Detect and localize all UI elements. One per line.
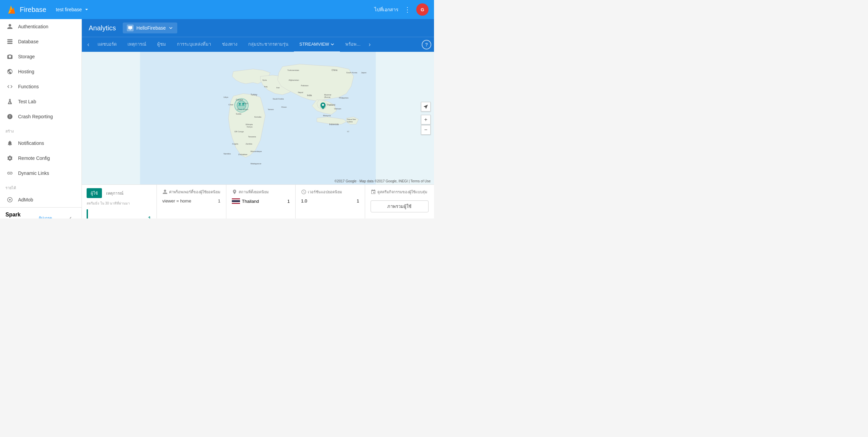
sidebar-label-remoteconfig: Remote Config	[18, 155, 50, 161]
thailand-flag-icon	[232, 198, 240, 204]
sidebar-item-functions[interactable]: Functions	[0, 79, 81, 94]
upgrade-button[interactable]: อัปเกรด	[39, 215, 52, 219]
sidebar-item-authentication[interactable]: Authentication	[0, 19, 81, 34]
svg-text:Vietnam: Vietnam	[334, 108, 341, 110]
version-row: 1.0 1	[301, 198, 359, 204]
docs-link[interactable]: ไปที่เอกสาร	[374, 6, 399, 13]
svg-text:Nepal: Nepal	[298, 91, 303, 93]
svg-point-49	[237, 101, 246, 110]
world-map: Greece Turkey Turkmenistan China South K…	[82, 52, 434, 184]
storage-icon	[6, 53, 13, 60]
main-layout: Authentication Database Storage Hosting …	[0, 19, 434, 218]
sidebar-label-database: Database	[18, 39, 39, 44]
property-panel: ค่าพร็อพเพอร์ตี้ของผู้ใช้ยอดนิยม viewer …	[157, 185, 226, 218]
version-title: เวอร์ชันแอปยอดนิยม	[301, 189, 359, 195]
notifications-icon	[6, 140, 13, 147]
svg-rect-1	[8, 41, 13, 42]
tab-prev-button[interactable]: ‹	[85, 37, 92, 52]
tab-acquisition[interactable]: การระบุแหล่งที่มา	[171, 37, 216, 52]
app-selector-label: HelloFirebase	[136, 25, 166, 31]
svg-text:Oman: Oman	[281, 106, 287, 108]
version-count: 1	[357, 198, 359, 204]
sidebar-item-admob[interactable]: AdMob	[0, 192, 81, 207]
app-selector-icon	[127, 25, 134, 31]
sidebar-item-database[interactable]: Database	[0, 34, 81, 49]
svg-text:(Burma): (Burma)	[324, 96, 330, 98]
svg-text:India: India	[307, 94, 312, 96]
tab-next-button[interactable]: ›	[366, 37, 373, 52]
analytics-header: Analytics HelloFirebase	[82, 19, 434, 37]
firebase-flame-icon	[5, 4, 16, 15]
more-options-icon[interactable]: ⋮	[404, 5, 411, 14]
project-selector[interactable]: test firebase	[53, 5, 92, 14]
svg-text:Thailand: Thailand	[327, 104, 335, 106]
svg-text:Pakistan: Pakistan	[301, 85, 309, 87]
svg-rect-2	[8, 43, 13, 44]
location-country-display: Thailand	[232, 198, 259, 204]
svg-text:Iran: Iran	[276, 87, 280, 89]
svg-text:South Korea: South Korea	[346, 72, 358, 74]
plan-info: Spark ฟรี $0/เดือน	[5, 212, 25, 218]
sidebar-item-dynamiclinks[interactable]: Dynamic Links	[0, 166, 81, 181]
sidebar-item-testlab[interactable]: Test Lab	[0, 94, 81, 109]
map-zoom-in-button[interactable]: +	[421, 115, 431, 124]
testlab-icon	[6, 98, 13, 105]
svg-text:Somalia: Somalia	[254, 116, 262, 118]
tab-users[interactable]: ผู้ชม	[152, 37, 171, 52]
property-icon	[162, 189, 168, 195]
users-events-tabs: ผู้ใช้ เหตุการณ์	[87, 188, 152, 198]
property-row: viewer = home 1	[162, 198, 221, 204]
svg-text:Turkey: Turkey	[251, 93, 257, 96]
app-selector[interactable]: HelloFirebase	[123, 22, 177, 33]
svg-text:Japan: Japan	[361, 72, 366, 74]
person-icon	[6, 23, 13, 30]
svg-text:Saudi Arabia: Saudi Arabia	[273, 98, 284, 100]
map-zoom-out-button[interactable]: −	[421, 125, 431, 135]
streams-label: สตรีมมิ่ง ใน 30 นาทีที่ผ่านมา	[87, 201, 152, 206]
sidebar-item-crashreporting[interactable]: Crash Reporting	[0, 109, 81, 124]
location-country: Thailand	[242, 199, 259, 204]
sidebar-label-notifications: Notifications	[18, 140, 44, 146]
events-tab[interactable]: เหตุการณ์	[102, 188, 128, 198]
tab-more[interactable]: พร้อพ...	[340, 37, 366, 52]
sidebar-item-remoteconfig[interactable]: Remote Config	[0, 151, 81, 166]
sidebar-label-authentication: Authentication	[18, 24, 48, 29]
map-satellite-button[interactable]	[421, 102, 431, 111]
database-icon	[6, 38, 13, 45]
sidebar-label-admob: AdMob	[18, 197, 33, 202]
users-tab[interactable]: ผู้ใช้	[87, 188, 102, 198]
sidebar-item-notifications[interactable]: Notifications	[0, 136, 81, 151]
svg-rect-0	[8, 39, 13, 40]
hosting-icon	[6, 68, 13, 75]
map-container: Greece Turkey Turkmenistan China South K…	[82, 52, 434, 184]
svg-text:Ethiopia: Ethiopia	[245, 123, 253, 125]
svg-text:Malaysia: Malaysia	[323, 115, 331, 117]
tab-channels[interactable]: ช่องทาง	[216, 37, 243, 52]
avatar[interactable]: G	[416, 3, 429, 16]
admob-icon	[6, 196, 13, 203]
plan-name: Spark	[5, 212, 25, 218]
clock-icon	[301, 189, 306, 195]
location-panel: สถานที่ตั้งยอดนิยม Thailand 1	[226, 185, 296, 218]
sidebar-item-storage[interactable]: Storage	[0, 49, 81, 64]
stream-panel: ดูสตรีมกิจกรรมของผู้ใช้แบบสุ่ม ภาพรวมผู้…	[365, 185, 434, 218]
help-button[interactable]: ?	[422, 40, 431, 49]
tab-streamview[interactable]: STREAMVIEW	[294, 37, 340, 52]
stream-button[interactable]: ภาพรวมผู้ใช้	[371, 200, 429, 212]
sidebar-label-storage: Storage	[18, 54, 35, 59]
sidebar-item-hosting[interactable]: Hosting	[0, 64, 81, 79]
version-title-label: เวอร์ชันแอปยอดนิยม	[308, 189, 342, 195]
svg-text:Sudan: Sudan	[236, 113, 242, 115]
sidebar-label-dynamiclinks: Dynamic Links	[18, 170, 49, 176]
tab-dashboard[interactable]: แดชบอร์ด	[92, 37, 122, 52]
collapse-sidebar-button[interactable]: ‹	[65, 212, 76, 218]
version-panel: เวอร์ชันแอปยอดนิยม 1.0 1	[296, 185, 365, 218]
svg-text:China: China	[332, 69, 338, 71]
firebase-logo: Firebase	[5, 4, 46, 15]
users-chart	[87, 209, 148, 218]
tab-events[interactable]: เหตุการณ์	[122, 37, 152, 52]
property-key: viewer = home	[162, 198, 191, 204]
svg-text:Zambia: Zambia	[245, 143, 252, 145]
tab-demographics[interactable]: กลุ่มประชากรตามรุ่น	[243, 37, 294, 52]
top-header: Firebase test firebase ไปที่เอกสาร ⋮ G	[0, 0, 434, 19]
